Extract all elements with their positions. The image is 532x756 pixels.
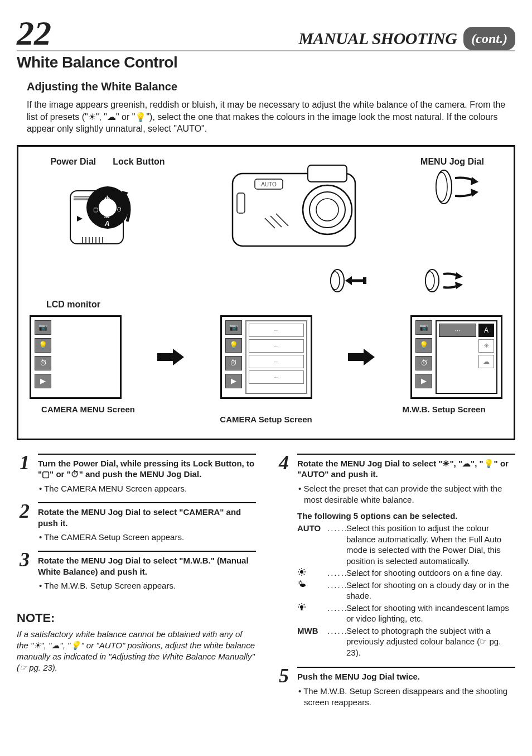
steps-columns: 1 Turn the Power Dial, while pressing it…: [17, 454, 515, 716]
step-title: Push the MENU Jog Dial twice.: [297, 671, 515, 682]
left-column: 1 Turn the Power Dial, while pressing it…: [17, 454, 256, 716]
option-dots: ......: [327, 523, 346, 534]
right-column: 4 Rotate the MENU Jog Dial to select "☀"…: [276, 454, 515, 716]
lcd-menu-item: ···: [249, 339, 304, 353]
step-number: 2: [17, 502, 32, 520]
svg-rect-56: [301, 609, 303, 610]
step-bullet: Select the preset that can provide the s…: [297, 483, 515, 506]
svg-line-41: [299, 569, 300, 570]
lcd-main-panel: ··· ··· ··· ···: [245, 320, 307, 394]
jog-dial-rotate-icon: [419, 267, 469, 294]
svg-point-22: [316, 199, 338, 221]
note-heading: NOTE:: [17, 611, 256, 625]
camera-body-illustration: AUTO: [221, 157, 366, 263]
option-key-cloud-icon: [297, 580, 327, 589]
options-intro: The following 5 options can be selected.: [297, 511, 515, 521]
svg-rect-28: [237, 193, 245, 213]
lcd-menu-item: ···: [249, 370, 304, 384]
svg-point-36: [300, 570, 303, 574]
lamp-tab-icon: 💡: [35, 338, 51, 353]
jog-row: [30, 267, 502, 294]
step-3: 3 Rotate the MENU Jog Dial to select "M.…: [17, 551, 256, 591]
play-tab-icon: ▶: [415, 374, 432, 388]
option-mwb: MWB ....... Select to photograph the sub…: [297, 625, 515, 658]
step-body: Rotate the MENU Jog Dial to select "☀", …: [297, 454, 515, 659]
timer-tab-icon: ⏱: [35, 356, 51, 370]
play-tab-icon: ▶: [225, 374, 242, 388]
power-dial-illustration: ⏻ M A ⏱ ▢: [66, 171, 149, 255]
option-dots: .......: [327, 625, 346, 637]
option-sunny: ........... Select for shooting outdoors…: [297, 567, 515, 579]
chapter-band: MANUAL SHOOTING (cont.): [298, 27, 515, 50]
timer-tab-icon: ⏱: [415, 356, 432, 370]
step-bullet: The M.W.B. Setup Screen appears.: [38, 580, 256, 591]
cont-pill: (cont.): [463, 27, 515, 50]
lcd-caption-right: M.W.B. Setup Screen: [385, 405, 502, 424]
svg-line-54: [299, 604, 300, 605]
svg-rect-33: [363, 277, 366, 284]
lock-button-area: Lock Button: [113, 157, 165, 167]
step-title: Turn the Power Dial, while pressing its …: [38, 458, 256, 480]
step-body: Rotate the MENU Jog Dial to select "M.W.…: [38, 551, 256, 591]
svg-text:AUTO: AUTO: [261, 181, 277, 187]
svg-text:A: A: [104, 220, 110, 228]
option-dots: ...........: [327, 567, 346, 579]
camera-tab-icon: 📷: [35, 320, 51, 335]
svg-rect-19: [308, 165, 347, 182]
lcd-screen-camera-setup: 📷 💡 ⏱ ▶ ··· ··· ··· ···: [220, 315, 312, 399]
section-title: White Balance Control: [17, 54, 515, 71]
camera-tab-icon: 📷: [415, 320, 432, 335]
option-key: AUTO: [297, 523, 327, 534]
lcd-sidebar: 📷 💡 ⏱ ▶: [225, 320, 242, 394]
timer-tab-icon: ⏱: [225, 356, 242, 370]
svg-text:⏻: ⏻: [104, 195, 110, 202]
lamp-tab-icon: 💡: [225, 338, 242, 353]
svg-line-43: [299, 574, 300, 575]
step-number: 5: [276, 667, 292, 685]
step-number: 3: [17, 551, 32, 569]
step-bullet: The CAMERA Setup Screen appears.: [38, 532, 256, 543]
step-body: Push the MENU Jog Dial twice. The M.W.B.…: [297, 667, 515, 708]
lcd-mwb-option-sun-icon: ☀: [478, 339, 494, 353]
option-desc: Select to photograph the subject with a …: [346, 625, 515, 658]
option-desc: Select for shooting on a cloudy day or i…: [346, 580, 515, 601]
menu-jog-area: MENU Jog Dial: [402, 157, 502, 207]
note-body: If a satisfactory white balance cannot b…: [17, 629, 256, 674]
option-dots: .............: [327, 603, 346, 614]
lcd-monitor-label: LCD monitor: [46, 300, 502, 310]
lcd-caption-center: CAMERA Setup Screen: [207, 415, 325, 424]
option-dots: ...........: [327, 580, 346, 591]
step-title: Rotate the MENU Jog Dial to select "☀", …: [297, 458, 515, 480]
lcd-menu-item: ···: [249, 355, 304, 368]
option-key: MWB: [297, 625, 327, 637]
option-desc: Select for shooting outdoors on a fine d…: [346, 567, 515, 579]
lcd-main-panel: ··· A ☀ ☁: [436, 320, 497, 394]
chapter-title: MANUAL SHOOTING: [298, 27, 462, 50]
svg-text:▢: ▢: [93, 206, 98, 213]
step-title: Rotate the MENU Jog Dial to select "CAME…: [38, 507, 256, 528]
svg-line-55: [304, 604, 305, 605]
option-desc: Select for shooting with incandescent la…: [346, 603, 515, 624]
lcd-sidebar: 📷 💡 ⏱ ▶: [35, 320, 51, 394]
camera-tab-icon: 📷: [225, 320, 242, 335]
lcd-mwb-item: ···: [439, 324, 476, 337]
option-desc: Select this position to adjust the colou…: [346, 523, 515, 566]
lcd-mwb-selected-icon: A: [478, 324, 494, 337]
lcd-caption-left: CAMERA MENU Screen: [30, 405, 147, 424]
power-dial-label: Power Dial: [50, 157, 96, 167]
option-cloudy: ........... Select for shooting on a clo…: [297, 580, 515, 601]
page-number: 22: [17, 16, 51, 50]
lcd-screen-camera-menu: 📷 💡 ⏱ ▶: [30, 315, 122, 399]
header-divider: [17, 50, 515, 51]
svg-point-30: [436, 172, 447, 201]
lock-button-label: Lock Button: [113, 157, 165, 167]
lcd-screens-row: 📷 💡 ⏱ ▶ 📷 💡 ⏱ ▶ ··· ··· ··· ···: [30, 315, 502, 399]
step-bullet: The CAMERA MENU Screen appears.: [38, 483, 256, 494]
step-body: Rotate the MENU Jog Dial to select "CAME…: [38, 502, 256, 543]
svg-point-32: [331, 272, 340, 290]
page-header: 22 MANUAL SHOOTING (cont.): [17, 16, 515, 50]
diagram-box: Power Dial Lock Button ⏻ M A ⏱ ▢: [17, 145, 515, 440]
step-bullet: The M.W.B. Setup Screen disappears and t…: [297, 686, 515, 709]
option-key-sun-icon: [297, 567, 327, 576]
step-1: 1 Turn the Power Dial, while pressing it…: [17, 454, 256, 494]
